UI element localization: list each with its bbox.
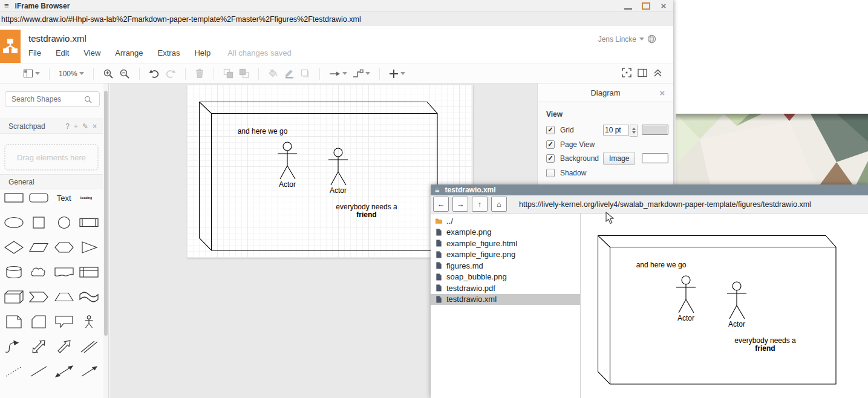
- shape-triangle[interactable]: [79, 241, 99, 254]
- file-browser-titlebar[interactable]: ≡ testdrawio.xml: [431, 184, 868, 195]
- search-input[interactable]: [10, 94, 84, 104]
- zoom-in-button[interactable]: [103, 68, 114, 79]
- menu-help[interactable]: Help: [194, 48, 210, 57]
- shape-line[interactable]: [29, 365, 48, 378]
- file-row[interactable]: ../: [431, 215, 580, 227]
- forward-button[interactable]: →: [452, 197, 468, 212]
- shadow-checkbox[interactable]: [546, 169, 555, 177]
- insert-button[interactable]: [389, 69, 405, 79]
- shape-text[interactable]: Text: [57, 194, 71, 203]
- diagram-note[interactable]: everybody needs a friend: [318, 203, 415, 219]
- grid-size-input[interactable]: [603, 125, 629, 135]
- connection-button[interactable]: [329, 70, 347, 78]
- minimize-button[interactable]: [624, 2, 632, 10]
- scratchpad-section[interactable]: Scratchpad ? + ✎ ×: [0, 119, 103, 134]
- shape-actor[interactable]: [79, 315, 99, 328]
- up-button[interactable]: ↑: [472, 197, 488, 212]
- shape-arrow[interactable]: [54, 340, 74, 353]
- tab-diagram[interactable]: Diagram ×: [538, 83, 673, 102]
- window-menu-icon[interactable]: ≡: [435, 186, 440, 194]
- actor-shape[interactable]: [278, 142, 297, 179]
- shape-square[interactable]: [29, 216, 48, 229]
- shape-document[interactable]: [54, 266, 74, 279]
- page-setup-button[interactable]: [23, 68, 40, 79]
- sidebar-scrollbar[interactable]: [103, 83, 108, 398]
- to-front-button[interactable]: [223, 68, 233, 79]
- menu-extras[interactable]: Extras: [158, 48, 180, 57]
- shape-internal-storage[interactable]: [79, 266, 99, 279]
- file-browser-url[interactable]: https://lively-kernel.org/lively4/swalab…: [519, 200, 811, 209]
- page-view-checkbox[interactable]: [546, 140, 555, 149]
- shape-tape[interactable]: [79, 290, 99, 304]
- edit-icon[interactable]: ✎: [82, 122, 88, 131]
- canvas-diagram[interactable]: and here we go Actor Actor everybody nee…: [199, 97, 441, 255]
- fullscreen-icon[interactable]: [622, 68, 631, 77]
- back-button[interactable]: ←: [433, 197, 449, 212]
- line-color-button[interactable]: [284, 68, 295, 79]
- shape-callout[interactable]: [54, 315, 74, 328]
- shape-ellipse[interactable]: [4, 216, 24, 229]
- zoom-level[interactable]: 100%: [59, 70, 77, 78]
- window-menu-icon[interactable]: ≡: [4, 2, 9, 10]
- file-row[interactable]: testdrawio.pdf: [431, 282, 580, 294]
- file-row-selected[interactable]: testdrawio.xml: [431, 294, 580, 305]
- add-icon[interactable]: +: [74, 122, 78, 131]
- zoom-out-button[interactable]: [119, 68, 130, 79]
- collapse-toolbar-icon[interactable]: [653, 68, 662, 77]
- shape-diamond[interactable]: [4, 241, 24, 254]
- image-button[interactable]: Image: [603, 152, 635, 165]
- shape-hexagon[interactable]: [54, 241, 74, 254]
- shape-parallelogram[interactable]: [29, 241, 48, 254]
- search-icon[interactable]: [84, 96, 92, 103]
- cube-shape[interactable]: [199, 97, 441, 255]
- actor-label[interactable]: Actor: [290, 186, 387, 195]
- file-row[interactable]: soap_bubble.png: [431, 272, 580, 283]
- diagram-caption[interactable]: and here we go: [214, 127, 311, 135]
- to-back-button[interactable]: [239, 68, 249, 79]
- shadow-button[interactable]: [300, 68, 310, 79]
- scratchpad-dropzone[interactable]: Drag elements here: [4, 144, 99, 171]
- actor-shape[interactable]: [328, 148, 348, 185]
- menu-arrange[interactable]: Arrange: [115, 48, 143, 57]
- shape-dashed-line[interactable]: [4, 365, 24, 378]
- user-name[interactable]: Jens Lincke: [598, 35, 636, 44]
- shape-link[interactable]: [79, 340, 99, 353]
- help-icon[interactable]: ?: [65, 122, 70, 131]
- shape-search[interactable]: [5, 91, 100, 107]
- file-row[interactable]: figures.md: [431, 260, 580, 272]
- background-color-swatch[interactable]: [642, 153, 668, 163]
- scrollbar-thumb[interactable]: [104, 91, 108, 336]
- zoom-level-dropdown[interactable]: 100%: [59, 70, 84, 78]
- file-row[interactable]: example.png: [431, 227, 580, 238]
- canvas-page[interactable]: and here we go Actor Actor everybody nee…: [186, 85, 473, 258]
- user-menu[interactable]: Jens Lincke: [598, 34, 656, 44]
- shape-step[interactable]: [29, 290, 48, 304]
- shape-cube[interactable]: [4, 290, 24, 304]
- shape-cloud[interactable]: [29, 266, 48, 279]
- menu-edit[interactable]: Edit: [56, 48, 69, 57]
- shape-textbox[interactable]: Heading: [80, 196, 98, 200]
- browser-url[interactable]: https://www.draw.io/#Hhpi-swa-lab%2Fmark…: [1, 15, 361, 24]
- window-titlebar[interactable]: ≡ iFrame Browser ×: [0, 0, 673, 12]
- browser-url-bar[interactable]: https://www.draw.io/#Hhpi-swa-lab%2Fmark…: [0, 12, 673, 27]
- format-panel-toggle-icon[interactable]: [638, 68, 647, 77]
- close-icon[interactable]: ×: [93, 122, 97, 131]
- shape-cylinder[interactable]: [4, 266, 24, 279]
- shape-rounded-rectangle[interactable]: [29, 191, 48, 204]
- menu-file[interactable]: File: [28, 48, 41, 57]
- shape-bidirectional-arrow[interactable]: [29, 340, 48, 353]
- shape-note[interactable]: [4, 315, 24, 328]
- shape-directional-connector[interactable]: [79, 365, 99, 378]
- shape-bidirectional-connector[interactable]: [54, 365, 74, 378]
- delete-button[interactable]: [195, 68, 204, 79]
- maximize-button[interactable]: [642, 2, 650, 10]
- menu-view[interactable]: View: [83, 48, 100, 57]
- globe-icon[interactable]: [647, 34, 656, 44]
- general-section[interactable]: General: [0, 174, 103, 189]
- shape-circle[interactable]: [54, 216, 74, 229]
- shape-process[interactable]: [79, 216, 99, 229]
- redo-button[interactable]: [165, 69, 176, 79]
- grid-size-stepper[interactable]: [630, 125, 638, 137]
- file-row[interactable]: example_figure.html: [431, 238, 580, 249]
- shape-rectangle[interactable]: [4, 191, 24, 204]
